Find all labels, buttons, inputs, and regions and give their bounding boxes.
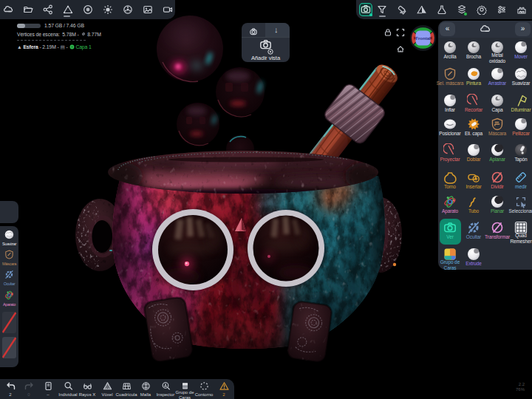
svg-text:Frontal: Frontal — [415, 36, 431, 41]
